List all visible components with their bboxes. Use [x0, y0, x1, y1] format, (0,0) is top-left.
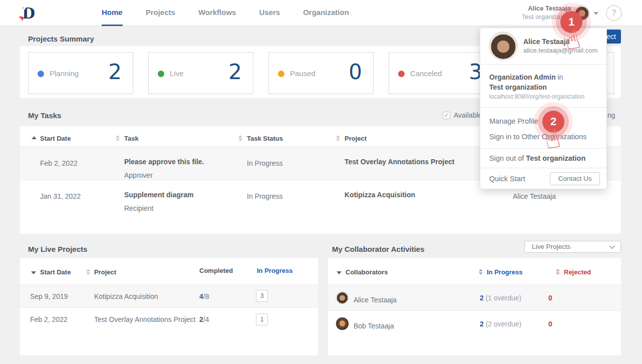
divider: [480, 64, 606, 65]
planning-dot-icon: [38, 71, 44, 77]
live-col-start-date[interactable]: Start Date: [40, 268, 71, 276]
nav-home[interactable]: Home: [102, 0, 123, 26]
card-label: Planning: [50, 69, 79, 78]
card-value: 0: [349, 60, 362, 84]
collab-col-collaborators[interactable]: Collaborators: [346, 268, 388, 276]
task-role: Approver: [124, 171, 153, 179]
tasks-col-project[interactable]: Project: [345, 135, 367, 142]
nav-workflows[interactable]: Workflows: [198, 0, 236, 26]
sort-icon[interactable]: [238, 135, 242, 141]
contact-us-button[interactable]: Contact Us: [550, 172, 600, 185]
tasks-col-task[interactable]: Task: [124, 135, 139, 142]
task-project: Kotipizza Acquisition: [345, 191, 415, 199]
nav-users[interactable]: Users: [259, 0, 280, 26]
dropdown-role-line: Organization Admin in: [489, 73, 563, 81]
task-role: Recipient: [124, 204, 153, 212]
avatar: [336, 291, 349, 304]
dropdown-user-email: alice.testaaja@gmail.com: [523, 47, 597, 54]
dropdown-user-name: Alice Testaaja: [523, 38, 569, 46]
card-label: Canceled: [410, 69, 442, 78]
divider: [480, 168, 606, 168]
in-progress-count[interactable]: 3: [256, 290, 268, 302]
chevron-down-icon: [609, 245, 615, 249]
card-value: 2: [108, 60, 122, 84]
paused-dot-icon: [278, 71, 284, 77]
user-dropdown-menu: Alice Testaaja alice.testaaja@gmail.com …: [480, 28, 607, 189]
divider: [480, 107, 606, 108]
collab-in-progress: 2 (1 overdue): [480, 294, 521, 302]
live-date: Sep 9, 2019: [30, 292, 68, 300]
summary-card-canceled[interactable]: Canceled 3: [389, 52, 494, 94]
projects-filter-select[interactable]: Live Projects: [524, 241, 621, 253]
my-live-projects-title: My Live Projects: [28, 245, 87, 253]
pending-label-fragment[interactable]: ng: [607, 111, 615, 119]
live-completed: 2/4: [199, 315, 209, 323]
my-tasks-title: My Tasks: [28, 111, 61, 120]
live-col-in-progress[interactable]: In Progress: [257, 267, 293, 274]
in-progress-count[interactable]: 1: [256, 313, 268, 325]
live-date: Feb 2, 2022: [30, 315, 68, 323]
collaborator-name: Bob Testaaja: [354, 322, 394, 330]
avatar: [336, 317, 349, 330]
canceled-dot-icon: [398, 71, 405, 77]
live-col-completed: Completed: [199, 267, 233, 274]
dropdown-org-name: Test organization: [489, 83, 547, 91]
available-checkbox[interactable]: ✓: [443, 112, 450, 119]
summary-card-planning[interactable]: Planning 2: [28, 52, 133, 94]
user-name: Alice Testaaja: [522, 4, 571, 13]
sort-icon[interactable]: [116, 135, 120, 141]
card-label: Live: [170, 69, 184, 78]
task-date: Feb 2, 2022: [40, 159, 78, 167]
help-icon[interactable]: ?: [606, 5, 622, 21]
tasks-col-start-date[interactable]: Start Date: [40, 135, 71, 142]
collab-in-progress: 2 (2 overdue): [480, 320, 521, 328]
collab-rejected: 0: [548, 294, 552, 302]
live-col-project[interactable]: Project: [94, 268, 116, 276]
sort-icon[interactable]: [479, 269, 483, 275]
task-project: Test Overlay Annotations Project: [345, 158, 454, 166]
sort-icon[interactable]: [556, 269, 560, 275]
main-nav: Home Projects Workflows Users Organizati…: [102, 0, 349, 26]
tasks-col-task-status[interactable]: Task Status: [247, 135, 283, 142]
avatar: [489, 32, 518, 61]
top-navigation-bar: D Home Projects Workflows Users Organiza…: [0, 0, 642, 26]
divider: [480, 148, 606, 149]
collab-col-rejected[interactable]: Rejected: [564, 268, 591, 276]
task-date: Jan 31, 2022: [40, 192, 81, 200]
projects-summary-title: Projects Summary: [28, 35, 94, 43]
task-assignee: Alice Testaaja: [513, 192, 556, 200]
menu-item-sign-in-other-orgs[interactable]: Sign in to Other Organizations: [489, 133, 586, 141]
collab-col-in-progress[interactable]: In Progress: [487, 268, 523, 276]
sort-asc-icon[interactable]: [32, 136, 37, 139]
collaborator-activities-title: My Collaborator Activities: [332, 245, 424, 253]
task-status: In Progress: [247, 192, 283, 200]
live-dot-icon: [158, 71, 164, 77]
dropdown-org-url: localhost:8080/org/test-organization: [489, 93, 584, 100]
summary-card-paused[interactable]: Paused 0: [268, 52, 374, 94]
collaborator-name: Alice Testaaja: [354, 296, 397, 304]
sort-icon[interactable]: [336, 135, 340, 141]
app-logo-icon[interactable]: D: [17, 5, 38, 22]
nav-projects[interactable]: Projects: [146, 0, 175, 26]
menu-item-manage-profile[interactable]: Manage Profile: [489, 117, 538, 125]
task-status: In Progress: [247, 159, 283, 167]
task-name: Supplement diagram: [124, 191, 193, 199]
sort-icon[interactable]: [86, 269, 90, 275]
menu-item-quick-start[interactable]: Quick Start: [489, 175, 525, 183]
filter-value: Live Projects: [532, 243, 570, 250]
nav-organization[interactable]: Organization: [303, 0, 349, 26]
menu-item-sign-out[interactable]: Sign out of Test organization: [489, 154, 585, 162]
summary-card-live[interactable]: Live 2: [148, 52, 253, 94]
card-label: Paused: [290, 69, 315, 78]
available-label[interactable]: Available: [454, 111, 482, 119]
task-name: Please approve this file.: [124, 158, 204, 166]
live-project: Kotipizza Acquisition: [94, 292, 158, 300]
sort-desc-icon[interactable]: [337, 271, 342, 274]
chevron-down-icon[interactable]: [593, 12, 598, 15]
live-completed: 4/8: [199, 292, 209, 300]
card-value: 2: [228, 60, 242, 84]
sort-desc-icon[interactable]: [31, 271, 36, 274]
collab-rejected: 0: [548, 320, 552, 328]
live-project: Test Overlay Annotations Project: [94, 315, 195, 323]
